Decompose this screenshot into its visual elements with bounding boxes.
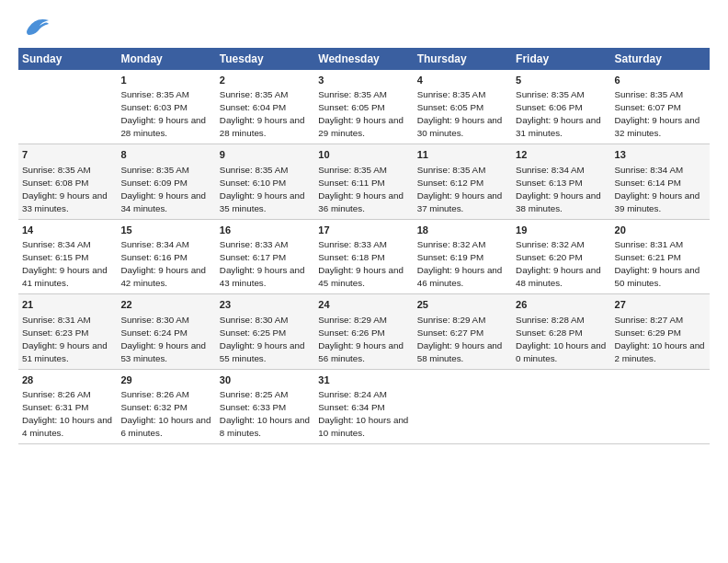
cell-info: Sunrise: 8:32 AMSunset: 6:20 PMDaylight:…	[516, 239, 601, 288]
day-number: 14	[22, 224, 113, 237]
calendar-cell: 5Sunrise: 8:35 AMSunset: 6:06 PMDaylight…	[512, 70, 610, 144]
calendar-cell: 3Sunrise: 8:35 AMSunset: 6:05 PMDaylight…	[314, 70, 413, 144]
day-number: 8	[120, 148, 211, 162]
calendar-cell: 7Sunrise: 8:35 AMSunset: 6:08 PMDaylight…	[18, 144, 117, 219]
day-number: 19	[516, 224, 607, 237]
cell-info: Sunrise: 8:35 AMSunset: 6:03 PMDaylight:…	[120, 89, 206, 138]
weekday-header: Monday	[117, 48, 215, 70]
cell-info: Sunrise: 8:24 AMSunset: 6:34 PMDaylight:…	[318, 389, 408, 438]
day-number: 17	[318, 224, 409, 237]
day-number: 30	[220, 373, 311, 387]
day-number: 5	[516, 74, 607, 87]
cell-info: Sunrise: 8:33 AMSunset: 6:17 PMDaylight:…	[220, 239, 305, 288]
day-number: 25	[417, 298, 508, 312]
day-number: 10	[318, 148, 409, 162]
day-number: 20	[615, 224, 706, 237]
day-number: 29	[120, 373, 211, 387]
cell-info: Sunrise: 8:35 AMSunset: 6:11 PMDaylight:…	[318, 165, 404, 213]
calendar-cell	[512, 369, 610, 443]
weekday-header: Saturday	[611, 48, 710, 70]
cell-info: Sunrise: 8:35 AMSunset: 6:09 PMDaylight:…	[120, 165, 206, 213]
day-number: 23	[220, 298, 311, 312]
calendar-cell: 27Sunrise: 8:27 AMSunset: 6:29 PMDayligh…	[611, 294, 710, 369]
calendar-cell: 4Sunrise: 8:35 AMSunset: 6:05 PMDaylight…	[414, 70, 512, 144]
calendar-row: 14Sunrise: 8:34 AMSunset: 6:15 PMDayligh…	[18, 219, 710, 293]
weekday-header: Sunday	[18, 48, 117, 70]
cell-info: Sunrise: 8:29 AMSunset: 6:27 PMDaylight:…	[417, 315, 503, 363]
day-number: 24	[318, 298, 409, 312]
calendar-cell: 16Sunrise: 8:33 AMSunset: 6:17 PMDayligh…	[216, 219, 314, 293]
cell-info: Sunrise: 8:32 AMSunset: 6:19 PMDaylight:…	[417, 239, 503, 288]
cell-info: Sunrise: 8:28 AMSunset: 6:28 PMDaylight:…	[516, 315, 606, 363]
cell-info: Sunrise: 8:35 AMSunset: 6:05 PMDaylight:…	[417, 89, 503, 138]
day-number: 16	[220, 224, 311, 237]
calendar-cell: 12Sunrise: 8:34 AMSunset: 6:13 PMDayligh…	[512, 144, 610, 219]
calendar-cell: 14Sunrise: 8:34 AMSunset: 6:15 PMDayligh…	[18, 219, 117, 293]
cell-info: Sunrise: 8:25 AMSunset: 6:33 PMDaylight:…	[220, 389, 310, 438]
day-number: 2	[220, 74, 311, 87]
calendar-cell: 11Sunrise: 8:35 AMSunset: 6:12 PMDayligh…	[414, 144, 512, 219]
calendar-cell: 6Sunrise: 8:35 AMSunset: 6:07 PMDaylight…	[611, 70, 710, 144]
cell-info: Sunrise: 8:35 AMSunset: 6:06 PMDaylight:…	[516, 89, 601, 138]
cell-info: Sunrise: 8:34 AMSunset: 6:14 PMDaylight:…	[615, 165, 700, 213]
cell-info: Sunrise: 8:35 AMSunset: 6:10 PMDaylight:…	[220, 165, 305, 213]
cell-info: Sunrise: 8:27 AMSunset: 6:29 PMDaylight:…	[615, 315, 705, 363]
calendar-cell: 23Sunrise: 8:30 AMSunset: 6:25 PMDayligh…	[216, 294, 314, 369]
cell-info: Sunrise: 8:34 AMSunset: 6:15 PMDaylight:…	[22, 239, 108, 288]
calendar-cell	[414, 369, 512, 443]
day-number: 1	[120, 74, 211, 87]
day-number: 12	[516, 148, 607, 162]
calendar-row: 1Sunrise: 8:35 AMSunset: 6:03 PMDaylight…	[18, 70, 710, 144]
weekday-header: Tuesday	[216, 48, 314, 70]
calendar-cell: 30Sunrise: 8:25 AMSunset: 6:33 PMDayligh…	[216, 369, 314, 443]
weekday-header: Friday	[512, 48, 610, 70]
day-number: 26	[516, 298, 607, 312]
calendar-table: SundayMondayTuesdayWednesdayThursdayFrid…	[18, 48, 710, 444]
day-number: 22	[120, 298, 211, 312]
cell-info: Sunrise: 8:33 AMSunset: 6:18 PMDaylight:…	[318, 239, 404, 288]
calendar-row: 28Sunrise: 8:26 AMSunset: 6:31 PMDayligh…	[18, 369, 710, 443]
calendar-cell: 1Sunrise: 8:35 AMSunset: 6:03 PMDaylight…	[117, 70, 215, 144]
day-number: 31	[318, 373, 409, 387]
cell-info: Sunrise: 8:35 AMSunset: 6:07 PMDaylight:…	[615, 89, 700, 138]
calendar-cell: 17Sunrise: 8:33 AMSunset: 6:18 PMDayligh…	[314, 219, 413, 293]
calendar-cell: 31Sunrise: 8:24 AMSunset: 6:34 PMDayligh…	[314, 369, 413, 443]
calendar-cell: 15Sunrise: 8:34 AMSunset: 6:16 PMDayligh…	[117, 219, 215, 293]
cell-info: Sunrise: 8:29 AMSunset: 6:26 PMDaylight:…	[318, 315, 404, 363]
cell-info: Sunrise: 8:35 AMSunset: 6:12 PMDaylight:…	[417, 165, 503, 213]
calendar-cell: 26Sunrise: 8:28 AMSunset: 6:28 PMDayligh…	[512, 294, 610, 369]
day-number: 6	[615, 74, 706, 87]
calendar-cell: 9Sunrise: 8:35 AMSunset: 6:10 PMDaylight…	[216, 144, 314, 219]
calendar-cell: 28Sunrise: 8:26 AMSunset: 6:31 PMDayligh…	[18, 369, 117, 443]
day-number: 28	[22, 373, 113, 387]
day-number: 27	[615, 298, 706, 312]
cell-info: Sunrise: 8:30 AMSunset: 6:24 PMDaylight:…	[120, 315, 206, 363]
cell-info: Sunrise: 8:35 AMSunset: 6:04 PMDaylight:…	[220, 89, 305, 138]
cell-info: Sunrise: 8:26 AMSunset: 6:31 PMDaylight:…	[22, 389, 112, 438]
calendar-cell	[611, 369, 710, 443]
day-number: 15	[120, 224, 211, 237]
cell-info: Sunrise: 8:34 AMSunset: 6:16 PMDaylight:…	[120, 239, 206, 288]
day-number: 7	[22, 148, 113, 162]
calendar-cell	[18, 70, 117, 144]
calendar-cell: 2Sunrise: 8:35 AMSunset: 6:04 PMDaylight…	[216, 70, 314, 144]
cell-info: Sunrise: 8:26 AMSunset: 6:32 PMDaylight:…	[120, 389, 210, 438]
calendar-row: 7Sunrise: 8:35 AMSunset: 6:08 PMDaylight…	[18, 144, 710, 219]
page-header	[18, 15, 710, 39]
cell-info: Sunrise: 8:31 AMSunset: 6:21 PMDaylight:…	[615, 239, 700, 288]
calendar-cell: 22Sunrise: 8:30 AMSunset: 6:24 PMDayligh…	[117, 294, 215, 369]
calendar-cell: 21Sunrise: 8:31 AMSunset: 6:23 PMDayligh…	[18, 294, 117, 369]
day-number: 18	[417, 224, 508, 237]
calendar-cell: 20Sunrise: 8:31 AMSunset: 6:21 PMDayligh…	[611, 219, 710, 293]
logo	[18, 15, 51, 39]
calendar-header-row: SundayMondayTuesdayWednesdayThursdayFrid…	[18, 48, 710, 70]
day-number: 11	[417, 148, 508, 162]
day-number: 9	[220, 148, 311, 162]
cell-info: Sunrise: 8:35 AMSunset: 6:05 PMDaylight:…	[318, 89, 404, 138]
calendar-cell: 19Sunrise: 8:32 AMSunset: 6:20 PMDayligh…	[512, 219, 610, 293]
calendar-cell: 29Sunrise: 8:26 AMSunset: 6:32 PMDayligh…	[117, 369, 215, 443]
calendar-cell: 25Sunrise: 8:29 AMSunset: 6:27 PMDayligh…	[414, 294, 512, 369]
cell-info: Sunrise: 8:30 AMSunset: 6:25 PMDaylight:…	[220, 315, 305, 363]
day-number: 4	[417, 74, 508, 87]
cell-info: Sunrise: 8:35 AMSunset: 6:08 PMDaylight:…	[22, 165, 108, 213]
